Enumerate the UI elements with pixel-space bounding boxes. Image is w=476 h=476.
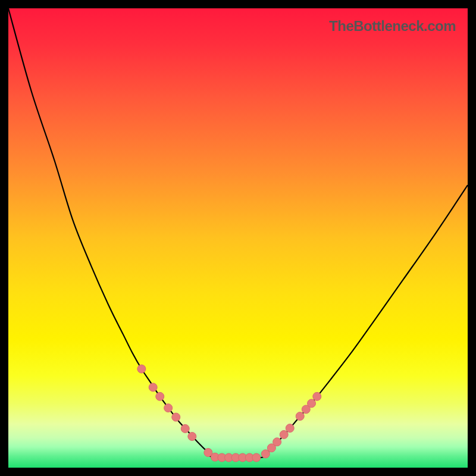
data-marker <box>181 424 189 433</box>
watermark: TheBottleneck.com <box>329 18 456 35</box>
data-marker <box>137 365 146 373</box>
curve-path <box>8 8 468 459</box>
curve-markers <box>137 365 321 462</box>
data-marker <box>280 430 288 439</box>
data-marker <box>172 413 180 421</box>
data-marker <box>188 433 196 441</box>
data-marker <box>286 424 294 433</box>
data-marker <box>149 383 157 392</box>
bottleneck-curve <box>8 8 468 468</box>
plot-area: TheBottleneck.com <box>8 8 468 468</box>
data-marker <box>273 438 281 446</box>
data-marker <box>313 392 321 400</box>
data-marker <box>296 412 304 421</box>
data-marker <box>164 404 173 412</box>
data-marker <box>156 392 164 400</box>
data-marker <box>308 399 316 408</box>
data-marker <box>252 453 261 462</box>
